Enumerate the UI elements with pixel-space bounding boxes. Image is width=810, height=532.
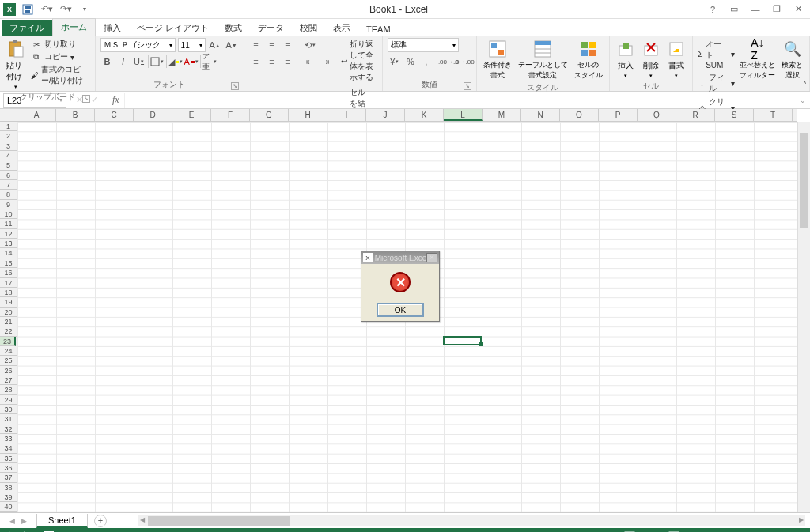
qat-customize-icon[interactable]: ▾ xyxy=(78,2,92,17)
dialog-close-button[interactable]: ✕ xyxy=(426,253,437,262)
number-launcher[interactable]: ⤡ xyxy=(464,82,471,90)
tab-insert[interactable]: 挿入 xyxy=(96,20,129,36)
conditional-format-button[interactable]: 条件付き 書式 xyxy=(482,38,513,82)
column-header[interactable]: O xyxy=(560,109,599,121)
dialog-ok-button[interactable]: OK xyxy=(377,303,424,317)
select-all-corner[interactable] xyxy=(0,109,17,122)
tab-team[interactable]: TEAM xyxy=(358,22,399,36)
decrease-font-button[interactable]: A▼ xyxy=(225,38,239,52)
row-header[interactable]: 24 xyxy=(0,346,17,356)
format-cells-button[interactable]: 書式▾ xyxy=(665,38,687,81)
maximize-button[interactable]: ❐ xyxy=(766,2,787,17)
row-header[interactable]: 35 xyxy=(0,454,17,463)
row-header[interactable]: 12 xyxy=(0,229,17,239)
undo-button[interactable]: ↶▾ xyxy=(40,2,54,17)
align-center-button[interactable]: ≡ xyxy=(265,55,279,69)
cell-styles-button[interactable]: セルの スタイル xyxy=(573,38,604,82)
sheet-nav-next[interactable]: ▶ xyxy=(21,517,27,525)
row-header[interactable]: 18 xyxy=(0,288,17,297)
row-header[interactable]: 39 xyxy=(0,492,17,502)
column-header[interactable]: J xyxy=(366,109,405,121)
column-header[interactable]: K xyxy=(405,109,444,121)
comma-button[interactable]: , xyxy=(419,55,433,69)
row-header[interactable]: 3 xyxy=(0,141,17,151)
row-header[interactable]: 5 xyxy=(0,160,17,170)
close-button[interactable]: ✕ xyxy=(788,2,808,17)
row-header[interactable]: 19 xyxy=(0,297,17,307)
align-bottom-button[interactable]: ≡ xyxy=(281,38,295,52)
tab-formulas[interactable]: 数式 xyxy=(217,20,250,36)
column-header[interactable]: F xyxy=(211,109,250,121)
format-painter-button[interactable]: 🖌書式のコピー/貼り付け xyxy=(31,63,90,87)
row-header[interactable]: 20 xyxy=(0,308,17,317)
phonetic-button[interactable]: ア亜 xyxy=(202,55,217,69)
sort-filter-button[interactable]: A↓Z並べ替えと フィルター xyxy=(738,38,777,119)
tab-page-layout[interactable]: ページ レイアウト xyxy=(129,20,217,36)
column-header[interactable]: Q xyxy=(638,109,676,121)
column-header[interactable]: A xyxy=(17,109,56,121)
formula-input[interactable] xyxy=(124,93,796,108)
row-header[interactable]: 27 xyxy=(0,375,17,385)
font-name-combo[interactable]: ＭＳ Ｐゴシック▾ xyxy=(100,38,176,52)
insert-function-button[interactable]: fx xyxy=(108,94,124,106)
format-as-table-button[interactable]: テーブルとして 書式設定 xyxy=(517,38,570,82)
delete-cells-button[interactable]: 削除▾ xyxy=(640,38,662,81)
copy-button[interactable]: ⧉コピー ▾ xyxy=(31,51,90,63)
row-header[interactable]: 23 xyxy=(0,337,16,346)
row-header[interactable]: 38 xyxy=(0,483,17,492)
increase-indent-button[interactable]: ⇥ xyxy=(319,55,333,69)
new-sheet-button[interactable]: + xyxy=(94,515,107,527)
row-header[interactable]: 32 xyxy=(0,424,17,434)
column-header[interactable]: G xyxy=(250,109,289,121)
font-launcher[interactable]: ⤡ xyxy=(231,82,239,90)
tab-view[interactable]: 表示 xyxy=(325,20,358,36)
row-header[interactable]: 37 xyxy=(0,473,17,482)
row-header[interactable]: 26 xyxy=(0,366,17,375)
row-header[interactable]: 40 xyxy=(0,502,17,511)
row-header[interactable]: 11 xyxy=(0,219,17,228)
column-header[interactable]: M xyxy=(483,109,521,121)
tab-review[interactable]: 校閲 xyxy=(292,20,325,36)
row-header[interactable]: 34 xyxy=(0,443,17,453)
row-header[interactable]: 15 xyxy=(0,258,17,268)
cut-button[interactable]: ✂切り取り xyxy=(31,38,90,51)
column-header[interactable]: C xyxy=(95,109,134,121)
row-header[interactable]: 30 xyxy=(0,405,17,414)
bold-button[interactable]: B xyxy=(100,55,115,69)
active-cell[interactable] xyxy=(443,336,482,345)
decrease-indent-button[interactable]: ⇤ xyxy=(303,55,317,69)
row-header[interactable]: 25 xyxy=(0,356,17,365)
column-header[interactable]: L xyxy=(444,109,483,121)
percent-button[interactable]: % xyxy=(403,55,418,69)
row-header[interactable]: 16 xyxy=(0,268,17,277)
column-header[interactable]: I xyxy=(327,109,366,121)
tab-file[interactable]: ファイル xyxy=(2,20,52,36)
row-header[interactable]: 28 xyxy=(0,385,17,394)
row-header[interactable]: 7 xyxy=(0,180,17,190)
accounting-format-button[interactable]: ¥ xyxy=(388,55,402,69)
row-header[interactable]: 1 xyxy=(0,122,17,131)
row-header[interactable]: 17 xyxy=(0,278,17,288)
insert-cells-button[interactable]: 挿入▾ xyxy=(615,38,637,81)
row-header[interactable]: 21 xyxy=(0,317,17,326)
column-header[interactable]: D xyxy=(134,109,172,121)
column-header[interactable]: T xyxy=(754,109,793,121)
column-header[interactable]: E xyxy=(172,109,211,121)
tab-home[interactable]: ホーム xyxy=(52,18,96,36)
fill-button[interactable]: ↓フィル ▾ xyxy=(698,71,735,95)
collapse-ribbon-button[interactable]: ˄ xyxy=(803,81,807,89)
italic-button[interactable]: I xyxy=(116,55,131,69)
column-header[interactable]: H xyxy=(289,109,327,121)
row-header[interactable]: 22 xyxy=(0,326,17,336)
enter-formula-button[interactable]: ✓ xyxy=(91,95,98,105)
tab-data[interactable]: データ xyxy=(250,20,292,36)
row-header[interactable]: 14 xyxy=(0,248,17,258)
row-header[interactable]: 29 xyxy=(0,395,17,405)
align-top-button[interactable]: ≡ xyxy=(249,38,263,52)
row-header[interactable]: 4 xyxy=(0,151,17,160)
clipboard-launcher[interactable]: ⤡ xyxy=(82,95,90,103)
sheet-tab[interactable]: Sheet1 xyxy=(36,514,88,528)
underline-button[interactable]: U xyxy=(132,55,146,69)
help-button[interactable]: ? xyxy=(702,2,723,17)
row-header[interactable]: 31 xyxy=(0,414,17,424)
